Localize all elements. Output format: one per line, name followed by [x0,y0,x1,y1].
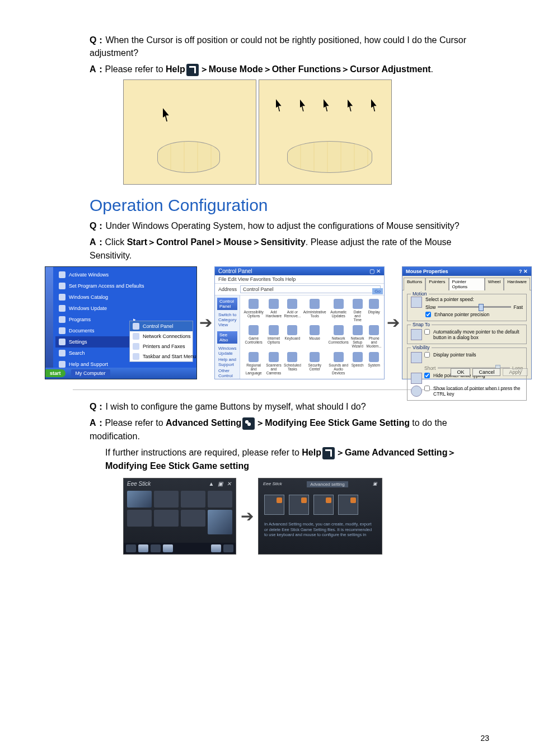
footer-icon[interactable] [126,544,136,552]
see-also-header: See Also [217,331,237,344]
address-value[interactable]: Control Panel [240,285,381,293]
game-thumb-large[interactable] [208,510,232,534]
cp-item-label: Power Options [384,336,385,344]
cp-icon[interactable]: Taskbar and Start Menu [384,352,385,379]
dialog-title: Mouse Properties [406,269,448,274]
game-thumb[interactable] [181,510,205,527]
speed-slider[interactable]: Slow Fast [425,304,523,310]
game-thumb[interactable] [154,510,179,527]
ok-button[interactable]: OK [451,368,470,376]
game-thumb[interactable] [127,510,152,527]
footer-icon[interactable] [211,544,221,552]
game-thumb[interactable] [127,491,152,508]
triple-screenshot-row: Activate WindowsSet Program Access and D… [45,266,532,379]
mouse-icon [411,297,422,308]
page-number: 23 [480,734,489,743]
dialog-tab[interactable]: Pointers [425,278,448,290]
hide-pointer-checkbox[interactable] [424,373,430,378]
stick-slot[interactable] [313,495,334,515]
ctrl-locate-checkbox[interactable] [424,386,430,391]
dialog-tab[interactable]: Buttons [404,278,425,290]
window-menu[interactable]: File Edit View Favorites Tools Help [215,275,384,284]
submenu-item[interactable]: Control Panel [130,321,193,331]
go-button[interactable]: Go [372,288,383,294]
cp-icon[interactable]: Add Hardware [266,299,282,322]
start-menu-item[interactable]: Activate Windows [55,269,139,280]
close-icon[interactable]: ▣ [373,481,377,487]
cp-icon[interactable]: Mouse [303,325,326,348]
start-button[interactable]: start [45,369,65,377]
trails-checkbox[interactable] [424,352,430,358]
cp-icon[interactable]: Scheduled Tasks [284,352,301,379]
footer-icon[interactable] [151,544,161,552]
cp-icon[interactable]: Folder Options [384,299,385,322]
cp-icon[interactable]: Date and Time [351,299,364,322]
cp-item-icon [369,325,379,335]
cp-icon[interactable]: Add or Remove... [284,299,301,322]
snapto-checkbox[interactable] [424,329,430,335]
address-bar: Address Control Panel [215,284,384,295]
menu-item-icon [59,327,65,334]
cp-icon[interactable]: Network Setup Wizard [351,325,364,348]
cp-item-icon [310,352,320,362]
cp-icon[interactable]: Scanners and Cameras [266,352,282,379]
dialog-sysbuttons-icon[interactable]: ? ✕ [519,269,528,274]
cp-side-link[interactable]: Other Control Panel Options [217,368,237,379]
advanced-setting-tab[interactable]: Advanced setting [307,481,348,487]
cp-icon[interactable]: Security Center [303,352,326,379]
cp-icon[interactable]: System [367,352,382,379]
cp-icon[interactable]: Network Connections [329,325,349,348]
cp-icon[interactable]: Regional and Language [243,352,263,379]
start-menu-item[interactable]: Windows Update [55,303,139,314]
cp-item-icon [249,299,259,309]
stick-slot[interactable] [264,495,284,515]
cp-side-link[interactable]: Windows Update [217,345,237,356]
cp-item-label: Mouse [303,336,326,340]
submenu-item[interactable]: Network Connections [130,331,193,341]
taskbar-item[interactable]: My Computer [71,369,110,377]
submenu-item[interactable]: Taskbar and Start Menu [130,351,193,361]
cp-side-link[interactable]: Help and Support [217,356,237,368]
snapto-group: Snap To Automatically move pointer to th… [407,325,527,344]
cp-item-icon [334,299,344,309]
footer-icon[interactable] [163,544,173,552]
start-menu-item[interactable]: Settings▸ [55,336,139,348]
enhance-precision-checkbox[interactable] [425,312,431,317]
a-pre: Please refer to [105,64,166,74]
qa3-answer-line1: A：Please refer to Advanced Setting＞Modif… [90,416,489,443]
cp-icon[interactable]: Display [367,299,382,322]
window-buttons-icon[interactable]: ▲ ▣ ✕ [209,481,232,487]
submenu-item[interactable]: Printers and Faxes [130,341,193,351]
cancel-button[interactable]: Cancel [472,368,500,376]
start-menu-item[interactable]: Programs▸ [55,314,139,325]
cp-icon[interactable]: Internet Options [266,325,282,348]
cp-icon[interactable]: Automatic Updates [329,299,349,322]
dialog-tab[interactable]: Wheel [485,278,504,290]
game-thumb[interactable] [154,491,179,508]
cp-icon[interactable]: Game Controllers [243,325,263,348]
cp-icon[interactable]: Phone and Modem... [367,325,382,348]
window-controls-icon[interactable]: ▢ ✕ [369,268,381,274]
menu-item-label: Windows Update [69,306,107,311]
cp-icon[interactable]: Sounds and Audio Devices [329,352,349,379]
game-thumb[interactable] [181,491,205,508]
a-prefix: A： [90,64,105,74]
game-thumb[interactable] [208,491,232,508]
cp-icon[interactable]: Accessibility Options [243,299,263,322]
cp-icon[interactable]: Administrative Tools [303,299,326,322]
dialog-tab[interactable]: Hardware [504,278,530,290]
stick-slot[interactable] [338,495,358,515]
start-menu-item[interactable]: Windows Catalog [55,292,139,303]
start-menu-item[interactable]: Search▸ [55,348,139,359]
stick-slot[interactable] [289,495,309,515]
start-menu-item[interactable]: Set Program Access and Defaults [55,280,139,292]
cp-icon[interactable]: Speech [351,352,364,379]
footer-icon[interactable] [223,544,233,552]
cp-icon[interactable]: Keyboard [284,325,301,348]
cp-item-label: Regional and Language [243,363,263,375]
footer-icon[interactable] [138,544,148,552]
cp-icon[interactable]: Power Options [384,325,385,348]
start-menu-item[interactable]: Documents▸ [55,325,139,336]
cp-side-link[interactable]: Switch to Category View [217,312,237,328]
dialog-tab[interactable]: Pointer Options [449,278,485,290]
